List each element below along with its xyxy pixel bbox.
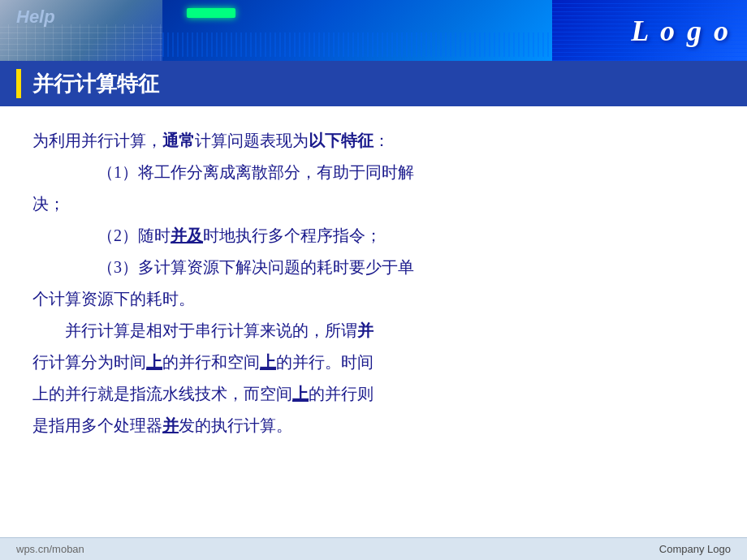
header-image-middle	[162, 0, 552, 61]
bold-shang1: 上	[146, 353, 162, 371]
item-3-text-cont: 个计算资源下的耗时。	[32, 290, 195, 308]
header-image-left	[0, 0, 162, 61]
item-2-text: （2）随时并及时地执行多个程序指令；	[97, 226, 382, 244]
intro-paragraph: 为利用并行计算，通常计算问题表现为以下特征：	[32, 127, 715, 154]
item-3: （3）多计算资源下解决问题的耗时要少于单	[32, 253, 715, 281]
title-accent-bar	[16, 69, 21, 98]
para2-line2: 行计算分为时间上的并行和空间上的并行。时间	[32, 348, 715, 376]
footer-website: wps.cn/moban	[16, 543, 84, 555]
bold-features: 以下特征	[309, 131, 374, 149]
para2-text-4: 是指用多个处理器并发的执行计算。	[32, 416, 292, 434]
item-2: （2）随时并及时地执行多个程序指令；	[32, 222, 715, 249]
bold-shang3: 上	[292, 385, 309, 403]
intro-text: 为利用并行计算，通常计算问题表现为以下特征：	[32, 131, 390, 149]
para2-line3: 上的并行就是指流水线技术，而空间上的并行则	[32, 380, 715, 407]
slide-title: 并行计算特征	[32, 70, 159, 98]
item-1-text-cont: 决；	[32, 195, 65, 213]
footer: wps.cn/moban Company Logo	[0, 537, 747, 560]
main-content: 为利用并行计算，通常计算问题表现为以下特征： （1）将工作分离成离散部分，有助于…	[0, 106, 747, 455]
title-bar: 并行计算特征	[0, 61, 747, 106]
logo-text: L o g o	[631, 14, 731, 48]
para2-text-1: 并行计算是相对于串行计算来说的，所谓并	[65, 321, 374, 339]
bold-tonggchang: 通常	[162, 131, 195, 149]
header-image-right: L o g o	[552, 0, 747, 61]
footer-company-logo: Company Logo	[659, 543, 731, 555]
item-1-cont: 决；	[32, 190, 715, 218]
item-1-text: （1）将工作分离成离散部分，有助于同时解	[97, 163, 414, 181]
para2-line4: 是指用多个处理器并发的执行计算。	[32, 411, 715, 439]
header: L o g o	[0, 0, 747, 61]
bold-shang2: 上	[260, 353, 276, 371]
para2-text-3: 上的并行就是指流水线技术，而空间上的并行则	[32, 385, 374, 403]
para2-line1: 并行计算是相对于串行计算来说的，所谓并	[32, 317, 715, 344]
bold-bing1: 并	[357, 321, 374, 339]
item-1: （1）将工作分离成离散部分，有助于同时解	[32, 158, 715, 186]
bold-bing2: 并	[162, 416, 179, 434]
bold-bingji: 并及	[171, 226, 203, 244]
para2-text-2: 行计算分为时间上的并行和空间上的并行。时间	[32, 353, 374, 371]
item-3-cont: 个计算资源下的耗时。	[32, 285, 715, 312]
item-3-text: （3）多计算资源下解决问题的耗时要少于单	[97, 258, 414, 276]
